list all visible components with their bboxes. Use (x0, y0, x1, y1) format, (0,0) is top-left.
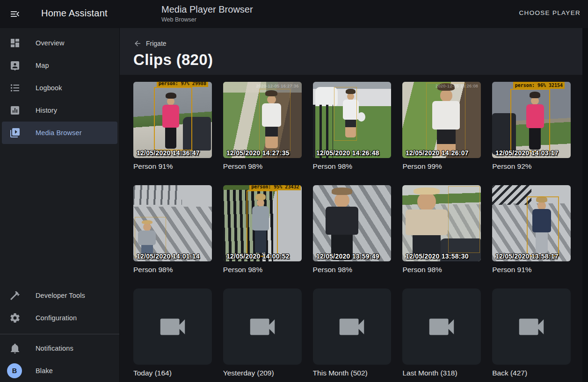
sidebar-spacer (0, 144, 119, 284)
sidebar-item-label: Media Browser (36, 129, 82, 137)
folder-thumbnail (492, 288, 571, 365)
clip-caption: Person 98% (313, 162, 392, 171)
clip-card[interactable]: 12/05/2020 13:59:49 Person 98% (313, 185, 392, 274)
play-box-multiple-icon (9, 127, 21, 138)
sidebar-divider (0, 334, 119, 334)
detection-label: person: 97% 29988 (157, 82, 208, 87)
clip-caption: Person 98% (223, 266, 302, 274)
clip-card[interactable]: 12/05/2020 14:26:48 Person 98% (313, 82, 392, 171)
clip-thumbnail: 12/05/2020 14:26:48 (313, 82, 392, 158)
person-figure (403, 187, 450, 259)
menu-open-icon[interactable] (9, 8, 21, 20)
clip-card[interactable]: person: 97% 29988 12/05/2020 14:36:47 Pe… (133, 82, 212, 171)
clip-caption: Person 98% (223, 162, 302, 171)
page-subtitle: Web Browser (161, 16, 253, 23)
folder-card[interactable]: Today (164) (133, 288, 212, 377)
sidebar-item-label: Overview (36, 39, 65, 47)
sidebar-item-label: Developer Tools (36, 292, 85, 299)
camera-corner-timestamp: 2020-12-05 16:27:36 (256, 84, 298, 88)
clip-caption: Person 98% (133, 266, 212, 274)
folder-caption: Today (164) (133, 369, 212, 377)
detection-bbox (259, 89, 290, 151)
detection-label: person: 96% 32154 (513, 82, 565, 89)
sidebar: Overview Map Logbook History Media Brows… (0, 28, 120, 382)
clip-thumbnail: 12/05/2020 13:58:30 (402, 185, 481, 261)
folder-caption: Yesterday (209) (223, 369, 302, 377)
timestamp-overlay: 12/05/2020 14:26:07 (406, 149, 469, 157)
folder-card[interactable]: This Month (502) (313, 288, 392, 377)
page-heading: Clips (820) (133, 51, 582, 69)
timestamp-overlay: 12/05/2020 14:00:52 (226, 252, 290, 260)
person-torso (326, 207, 358, 235)
sidebar-item-label: Notifications (36, 345, 73, 352)
clip-thumbnail: person: 96% 32154 12/05/2020 14:03:17 (492, 82, 571, 158)
detection-bbox (527, 196, 559, 256)
clip-thumbnail: person: 95% 23432 12/05/2020 14:00:52 (223, 185, 302, 261)
sidebar-item-label: Configuration (36, 314, 77, 322)
clip-card[interactable]: 2020-12-05 16:27:36 12/05/2020 14:27:35 … (223, 82, 302, 171)
sidebar-item-logbook[interactable]: Logbook (0, 77, 119, 99)
person-head (334, 193, 349, 208)
page-title: Media Player Browser (161, 4, 253, 15)
folder-caption: Last Month (318) (402, 369, 481, 377)
folder-card[interactable]: Last Month (318) (402, 288, 481, 377)
sidebar-item-developer-tools[interactable]: Developer Tools (0, 284, 119, 307)
video-icon (515, 310, 548, 343)
clip-card[interactable]: 12/05/2020 13:58:17 Person 91% (492, 185, 571, 274)
sidebar-item-overview[interactable]: Overview (0, 32, 119, 54)
folder-thumbnail (313, 288, 392, 365)
folder-card[interactable]: Yesterday (209) (223, 288, 302, 377)
gear-icon (9, 312, 21, 324)
clip-caption: Person 98% (313, 266, 392, 274)
choose-player-button[interactable]: CHOOSE PLAYER (519, 9, 581, 16)
sidebar-item-notifications[interactable]: Notifications (0, 337, 119, 360)
person-head (417, 192, 436, 211)
sidebar-item-map[interactable]: Map (0, 54, 119, 77)
clip-card[interactable]: 2020-12-05 16:26:08 12/05/2020 14:26:07 … (402, 82, 481, 171)
detection-bbox (448, 186, 480, 253)
user-name: Blake (36, 367, 53, 375)
timestamp-overlay: 12/05/2020 14:27:35 (226, 149, 290, 157)
clip-card[interactable]: person: 95% 23432 12/05/2020 14:00:52 Pe… (223, 185, 302, 274)
clip-caption: Person 99% (402, 162, 481, 171)
avatar: B (7, 363, 22, 378)
clip-caption: Person 91% (133, 162, 212, 171)
content-body: person: 97% 29988 12/05/2020 14:36:47 Pe… (120, 75, 582, 382)
video-icon (246, 310, 279, 343)
clip-caption: Person 91% (492, 266, 571, 274)
timestamp-overlay: 12/05/2020 14:26:48 (316, 149, 379, 157)
breadcrumb[interactable]: Frigate (133, 39, 167, 48)
clip-caption: Person 92% (492, 162, 571, 171)
clip-card[interactable]: 12/05/2020 14:01:14 Person 98% (133, 185, 212, 274)
folder-thumbnail (402, 288, 481, 365)
timestamp-overlay: 12/05/2020 14:03:17 (495, 149, 559, 157)
clip-thumbnail: 12/05/2020 13:58:17 (492, 185, 571, 261)
person-hair (414, 187, 440, 195)
sidebar-item-history[interactable]: History (0, 99, 119, 122)
chart-box-icon (9, 105, 21, 116)
folder-card[interactable]: Back (427) (492, 288, 571, 377)
timestamp-overlay: 12/05/2020 13:58:30 (406, 252, 469, 260)
person-hair (332, 187, 352, 195)
content-header: Frigate Clips (820) (120, 28, 582, 75)
person-figure (324, 187, 360, 260)
sidebar-item-configuration[interactable]: Configuration (0, 307, 119, 329)
detection-bbox: person: 97% 29988 (154, 87, 192, 150)
sidebar-item-profile[interactable]: B Blake (0, 360, 119, 382)
sidebar-item-media-browser[interactable]: Media Browser (2, 122, 117, 144)
timestamp-overlay: 12/05/2020 13:58:17 (495, 252, 559, 260)
detection-label: person: 95% 23432 (249, 185, 301, 190)
arrow-left-icon (133, 39, 142, 48)
person-torso (406, 209, 448, 236)
folder-thumbnail (133, 288, 212, 365)
page-title-block: Media Player Browser Web Browser (161, 4, 253, 23)
timestamp-overlay: 12/05/2020 14:36:47 (137, 149, 200, 157)
video-icon (335, 310, 368, 343)
clip-thumbnail: 12/05/2020 14:01:14 (133, 185, 212, 261)
clip-card[interactable]: person: 96% 32154 12/05/2020 14:03:17 Pe… (492, 82, 571, 171)
media-browser-content: Frigate Clips (820) person: 97% 29988 12… (120, 28, 582, 382)
detection-bbox (334, 87, 357, 140)
clip-card[interactable]: 12/05/2020 13:58:30 Person 98% (402, 185, 481, 274)
scrollbar-gutter[interactable] (582, 28, 588, 382)
timestamp-overlay: 12/05/2020 14:01:14 (137, 252, 200, 260)
